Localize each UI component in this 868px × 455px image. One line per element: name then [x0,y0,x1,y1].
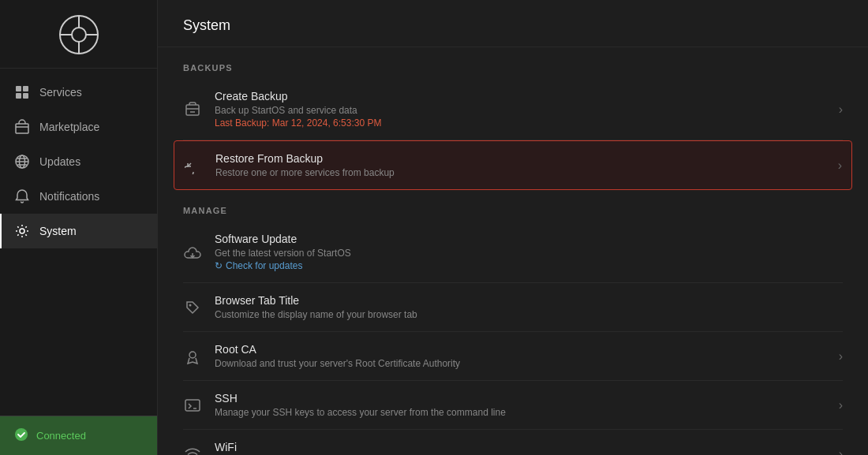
create-backup-chevron: › [839,103,843,117]
svg-rect-9 [23,93,28,99]
software-update-title: Software Update [215,233,843,245]
cloud-download-icon [183,243,202,262]
svg-rect-6 [16,86,21,91]
logo-area [0,0,157,69]
software-update-desc: Get the latest version of StartOS [215,248,843,259]
main-content: System BACKUPS Create Backup Back up Sta… [158,0,868,455]
marketplace-icon [14,119,30,135]
wifi-title: WiFi [215,441,826,453]
gear-icon [14,223,30,239]
svg-point-17 [15,428,28,441]
content-area: BACKUPS Create Backup Back up StartOS an… [158,47,868,455]
sidebar-item-label: System [39,225,77,237]
globe-icon [14,154,30,170]
root-ca-text: Root CA Download and trust your server's… [215,343,826,369]
browser-tab-text: Browser Tab Title Customize the display … [215,294,843,320]
terminal-icon [183,396,202,415]
page-title: System [183,17,230,33]
svg-rect-7 [23,86,28,91]
svg-point-20 [189,352,196,358]
ssh-title: SSH [215,392,826,405]
page-header: System [158,0,868,47]
create-backup-title: Create Backup [215,90,826,103]
root-ca-title: Root CA [215,343,826,356]
create-backup-desc: Back up StartOS and service data [215,105,826,116]
wifi-chevron: › [839,447,843,456]
section-header-manage: MANAGE [183,190,843,222]
sidebar-item-label: Services [39,86,82,99]
list-item-ssh[interactable]: SSH Manage your SSH keys to access your … [183,381,843,430]
grid-icon [14,84,30,100]
restore-backup-chevron: › [838,159,842,173]
root-ca-desc: Download and trust your server's Root Ce… [215,358,826,369]
ssh-chevron: › [839,398,843,412]
svg-point-16 [20,229,24,233]
restore-backup-title: Restore From Backup [215,152,825,165]
check-updates-link[interactable]: ↻ Check for updates [215,260,843,271]
connected-label: Connected [36,430,86,442]
browser-tab-title: Browser Tab Title [215,294,843,307]
software-update-text: Software Update Get the latest version o… [215,233,843,271]
tag-icon [183,298,202,317]
sidebar: Services Marketplace Updates Notificatio… [0,0,158,455]
ssh-desc: Manage your SSH keys to access your serv… [215,407,826,418]
sidebar-item-label: Marketplace [39,121,99,133]
svg-rect-10 [16,124,28,133]
create-backup-text: Create Backup Back up StartOS and servic… [215,90,826,129]
connected-icon [14,427,28,444]
section-header-backups: BACKUPS [183,47,843,79]
svg-point-1 [72,28,86,42]
svg-rect-21 [185,400,200,411]
sidebar-item-system[interactable]: System [0,214,157,248]
connected-status: Connected [0,416,157,455]
svg-point-19 [189,304,192,306]
list-item-wifi[interactable]: WiFi Add or remove WiFi networks › [183,430,843,455]
ssh-text: SSH Manage your SSH keys to access your … [215,392,826,418]
svg-rect-18 [186,105,199,115]
create-backup-sub: Last Backup: Mar 12, 2024, 6:53:30 PM [215,117,826,129]
list-item-software-update[interactable]: Software Update Get the latest version o… [183,222,843,283]
list-item-browser-tab-title[interactable]: Browser Tab Title Customize the display … [183,283,843,332]
sidebar-item-updates[interactable]: Updates [0,144,157,179]
bell-icon [14,188,30,204]
app-logo [58,14,99,55]
restore-icon [184,156,203,175]
backup-icon [183,100,202,119]
restore-backup-desc: Restore one or more services from backup [215,167,825,178]
list-item-create-backup[interactable]: Create Backup Back up StartOS and servic… [183,79,843,140]
list-item-restore-backup[interactable]: Restore From Backup Restore one or more … [174,140,852,190]
wifi-icon [183,445,202,456]
sidebar-item-notifications[interactable]: Notifications [0,179,157,214]
wifi-text: WiFi Add or remove WiFi networks [215,441,826,455]
certificate-icon [183,347,202,366]
sidebar-item-label: Notifications [39,190,99,203]
restore-backup-text: Restore From Backup Restore one or more … [215,152,825,178]
browser-tab-desc: Customize the display name of your brows… [215,309,843,320]
sidebar-item-label: Updates [39,155,80,168]
nav-items: Services Marketplace Updates Notificatio… [0,69,157,416]
sidebar-item-marketplace[interactable]: Marketplace [0,110,157,144]
sidebar-item-services[interactable]: Services [0,75,157,110]
list-item-root-ca[interactable]: Root CA Download and trust your server's… [183,332,843,381]
svg-rect-8 [16,93,21,99]
root-ca-chevron: › [839,349,843,364]
